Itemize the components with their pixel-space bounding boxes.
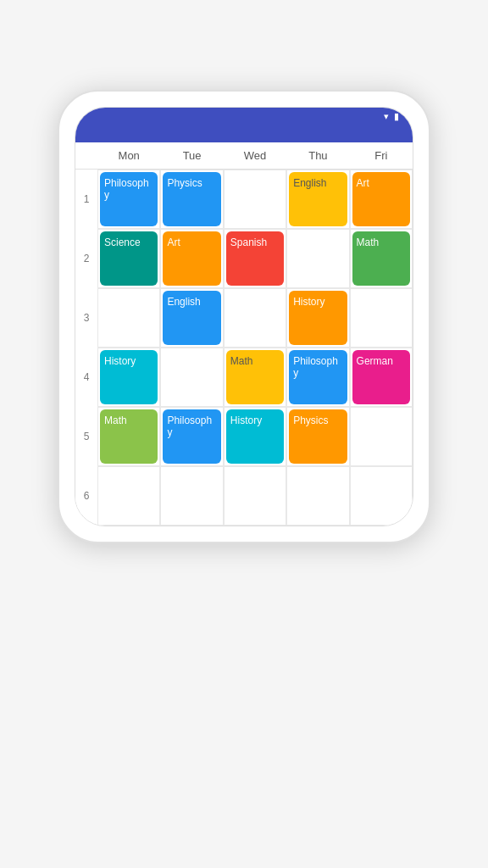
subject-block[interactable]: Spanish [226, 231, 284, 286]
timetable-cell: Math [97, 407, 160, 466]
day-header: Thu [286, 142, 349, 170]
battery-icon: ▮ [394, 111, 399, 122]
subject-block[interactable]: English [289, 172, 347, 226]
row-number: 4 [75, 348, 97, 407]
timetable-cell [224, 170, 286, 229]
phone-mockup: ▾ ▮ MonTueWedThuFri1PhilosophyPhysicsEng… [58, 90, 430, 543]
phone-screen: ▾ ▮ MonTueWedThuFri1PhilosophyPhysicsEng… [75, 107, 413, 526]
day-header: Wed [224, 142, 286, 170]
subject-block[interactable]: Philosophy [163, 409, 220, 464]
subject-block[interactable]: Physics [289, 409, 347, 464]
timetable-cell: History [224, 407, 286, 466]
timetable-cell: Spanish [224, 229, 286, 288]
timetable-cell: German [350, 348, 413, 407]
timetable-cell: History [97, 348, 160, 407]
timetable-cell [350, 407, 413, 466]
timetable-cell: Math [224, 348, 286, 407]
timetable-cell: Math [350, 229, 413, 288]
timetable-cell: Art [350, 170, 413, 229]
subject-block[interactable]: Philosophy [100, 172, 158, 226]
status-bar: ▾ ▮ [75, 108, 413, 125]
timetable-cell: Philosophy [286, 348, 349, 407]
timetable-cell: English [160, 288, 223, 348]
subject-block[interactable]: History [289, 291, 347, 345]
timetable-area: MonTueWedThuFri1PhilosophyPhysicsEnglish… [75, 142, 413, 526]
timetable-cell: Philosophy [97, 170, 160, 229]
timetable-cell [350, 288, 413, 348]
subject-block[interactable]: Philosophy [289, 350, 347, 404]
day-header: Tue [160, 142, 223, 170]
subject-block[interactable]: Science [100, 231, 158, 286]
timetable-cell [97, 288, 160, 348]
app-bar [75, 125, 413, 142]
timetable-cell: Physics [160, 170, 223, 229]
timetable-cell: Philosophy [160, 407, 223, 466]
subject-block[interactable]: Art [352, 172, 410, 226]
timetable-cell: Physics [286, 407, 349, 466]
timetable-cell [224, 288, 286, 348]
row-number: 5 [75, 407, 97, 466]
subject-block[interactable]: English [163, 291, 220, 345]
subject-block[interactable]: German [352, 350, 410, 404]
subject-block[interactable]: Art [163, 231, 220, 286]
row-number: 3 [75, 288, 97, 348]
timetable-cell [160, 466, 223, 526]
timetable-cell [224, 466, 286, 526]
timetable-cell [350, 466, 413, 526]
day-header: Mon [97, 142, 160, 170]
timetable-cell: Art [160, 229, 223, 288]
row-number: 6 [75, 466, 97, 526]
timetable-cell: History [286, 288, 349, 348]
timetable-cell [286, 229, 349, 288]
subject-block[interactable]: Math [100, 409, 158, 464]
subject-block[interactable]: History [100, 350, 158, 404]
row-num-placeholder [75, 142, 97, 170]
subject-block[interactable]: Math [226, 350, 284, 404]
timetable-cell: English [286, 170, 349, 229]
wifi-icon: ▾ [384, 111, 389, 122]
timetable-cell [97, 466, 160, 526]
hero-title [227, 0, 261, 81]
timetable-cell [286, 466, 349, 526]
timetable-cell: Science [97, 229, 160, 288]
subject-block[interactable]: Math [352, 231, 410, 286]
timetable-cell [160, 348, 223, 407]
subject-block[interactable]: History [226, 409, 284, 464]
subject-block[interactable]: Physics [163, 172, 220, 226]
day-header: Fri [350, 142, 413, 170]
row-number: 2 [75, 229, 97, 288]
timetable-grid: MonTueWedThuFri1PhilosophyPhysicsEnglish… [75, 142, 413, 526]
row-number: 1 [75, 170, 97, 229]
